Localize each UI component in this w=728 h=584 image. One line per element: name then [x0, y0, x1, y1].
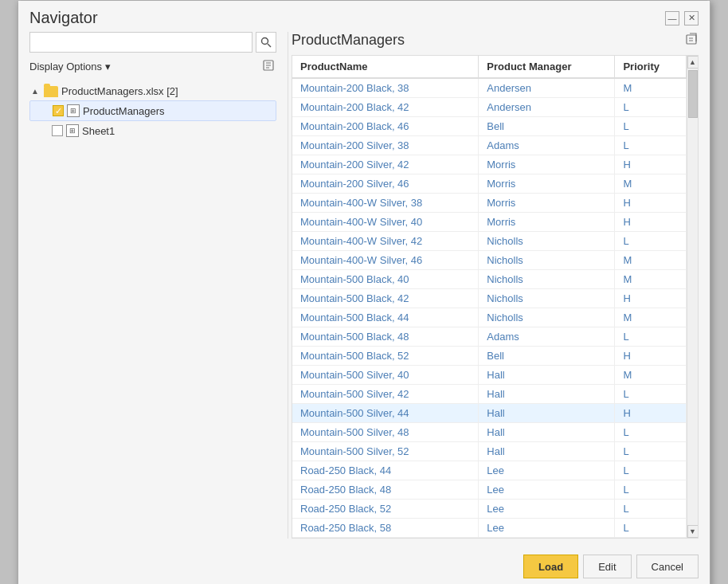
- table-cell-priority: H: [615, 404, 687, 423]
- table-cell-manager: Lee: [479, 461, 615, 480]
- table-cell-manager: Hall: [479, 442, 615, 461]
- tree-expand-arrow: ▲: [31, 87, 41, 96]
- close-button[interactable]: ✕: [684, 11, 699, 25]
- table-row: Mountain-500 Silver, 48HallL: [292, 423, 687, 442]
- table-cell-name: Mountain-500 Black, 40: [292, 270, 479, 289]
- table-cell-manager: Hall: [479, 385, 615, 404]
- search-input[interactable]: [29, 32, 252, 53]
- table-cell-name: Mountain-200 Black, 38: [292, 78, 479, 98]
- table-cell-manager: Adams: [479, 136, 615, 155]
- table-body: Mountain-200 Black, 38AndersenMMountain-…: [292, 78, 687, 538]
- tree-item-productmanagers[interactable]: ✓ ⊞ ProductManagers: [29, 100, 276, 121]
- table-cell-manager: Morris: [479, 194, 615, 213]
- table-cell-manager: Nicholls: [479, 270, 615, 289]
- table-row: Mountain-400-W Silver, 46NichollsM: [292, 251, 687, 270]
- table-cell-manager: Lee: [479, 500, 615, 519]
- table-cell-name: Mountain-500 Black, 48: [292, 327, 479, 347]
- table-cell-name: Mountain-400-W Silver, 42: [292, 232, 479, 251]
- col-header-productname: ProductName: [292, 56, 479, 78]
- table-row: Road-250 Black, 48LeeL: [292, 480, 687, 500]
- tree-item-sheet1[interactable]: ⊞ Sheet1: [29, 121, 276, 140]
- table-row: Mountain-200 Black, 46BellL: [292, 117, 687, 136]
- scroll-up-button[interactable]: ▲: [687, 56, 699, 69]
- table-row: Mountain-500 Silver, 40HallM: [292, 366, 687, 385]
- table-cell-name: Mountain-500 Black, 42: [292, 289, 479, 308]
- table-cell-manager: Nicholls: [479, 308, 615, 327]
- folder-icon: [44, 86, 58, 97]
- table-cell-name: Mountain-500 Silver, 44: [292, 404, 479, 423]
- table-cell-manager: Adams: [479, 327, 615, 347]
- table-row: Road-250 Black, 58LeeL: [292, 519, 687, 538]
- scroll-down-button[interactable]: ▼: [687, 525, 699, 538]
- table-cell-priority: L: [615, 232, 687, 251]
- table-row: Mountain-500 Black, 48AdamsL: [292, 327, 687, 347]
- preview-icon-button[interactable]: [686, 33, 699, 49]
- table-cell-manager: Hall: [479, 366, 615, 385]
- table-row: Mountain-500 Silver, 42HallL: [292, 385, 687, 404]
- table-cell-priority: L: [615, 442, 687, 461]
- scrollbar-track: ▲ ▼: [687, 56, 698, 538]
- tree-item-label-sheet1: Sheet1: [82, 125, 115, 137]
- svg-point-0: [262, 38, 268, 45]
- table-row: Mountain-500 Black, 44NichollsM: [292, 308, 687, 327]
- table-header-row: ProductName Product Manager Priority: [292, 56, 687, 78]
- table-cell-priority: H: [615, 347, 687, 366]
- table-cell-name: Mountain-500 Silver, 48: [292, 423, 479, 442]
- table-cell-priority: H: [615, 155, 687, 174]
- edit-button[interactable]: Edit: [583, 555, 631, 578]
- table-cell-manager: Morris: [479, 213, 615, 232]
- checkbox-productmanagers[interactable]: ✓: [53, 105, 64, 116]
- table-cell-priority: H: [615, 213, 687, 232]
- export-icon: [686, 33, 699, 45]
- table-row: Mountain-500 Silver, 44HallH: [292, 404, 687, 423]
- display-options-button[interactable]: Display Options ▾: [29, 61, 111, 73]
- search-icon-button[interactable]: [256, 32, 276, 53]
- table-row: Mountain-500 Black, 42NichollsH: [292, 289, 687, 308]
- table-cell-manager: Bell: [479, 347, 615, 366]
- table-cell-manager: Morris: [479, 174, 615, 194]
- data-table: ProductName Product Manager Priority Mou…: [292, 56, 687, 538]
- table-cell-name: Mountain-500 Silver, 42: [292, 385, 479, 404]
- table-cell-priority: M: [615, 251, 687, 270]
- dialog-title: Navigator: [29, 9, 98, 27]
- title-bar: Navigator — ✕: [18, 1, 710, 32]
- preview-header: ProductManagers: [292, 32, 699, 49]
- search-row: [29, 32, 276, 53]
- table-cell-priority: L: [615, 98, 687, 117]
- table-cell-manager: Hall: [479, 404, 615, 423]
- table-cell-manager: Nicholls: [479, 289, 615, 308]
- table-row: Road-250 Black, 52LeeL: [292, 500, 687, 519]
- minimize-button[interactable]: —: [665, 11, 679, 25]
- table-cell-manager: Nicholls: [479, 251, 615, 270]
- dialog-body: Display Options ▾ ▲: [18, 32, 710, 547]
- right-panel: ProductManagers ProductName: [292, 32, 699, 539]
- table-cell-priority: L: [615, 500, 687, 519]
- table-cell-name: Road-250 Black, 48: [292, 480, 479, 500]
- checkbox-sheet1[interactable]: [52, 125, 63, 136]
- preview-title: ProductManagers: [292, 32, 405, 49]
- refresh-icon-button[interactable]: [260, 57, 276, 76]
- table-cell-priority: M: [615, 270, 687, 289]
- table-cell-priority: L: [615, 117, 687, 136]
- tree-item-label-productmanagers: ProductManagers: [83, 105, 165, 117]
- table-cell-name: Road-250 Black, 58: [292, 519, 479, 538]
- table-row: Mountain-200 Silver, 46MorrisM: [292, 174, 687, 194]
- panel-divider: [288, 32, 288, 539]
- svg-line-1: [268, 44, 271, 47]
- table-row: Mountain-400-W Silver, 42NichollsL: [292, 232, 687, 251]
- table-row: Mountain-200 Silver, 38AdamsL: [292, 136, 687, 155]
- table-cell-manager: Morris: [479, 155, 615, 174]
- table-row: Mountain-200 Black, 38AndersenM: [292, 78, 687, 98]
- scroll-thumb[interactable]: [688, 70, 698, 118]
- table-icon-productmanagers: ⊞: [67, 104, 80, 117]
- col-header-priority: Priority: [615, 56, 687, 78]
- table-cell-priority: L: [615, 480, 687, 500]
- table-cell-name: Mountain-400-W Silver, 38: [292, 194, 479, 213]
- table-cell-name: Mountain-200 Silver, 42: [292, 155, 479, 174]
- table-cell-manager: Andersen: [479, 98, 615, 117]
- table-cell-name: Mountain-500 Silver, 40: [292, 366, 479, 385]
- table-row: Road-250 Black, 44LeeL: [292, 461, 687, 480]
- table-cell-name: Road-250 Black, 44: [292, 461, 479, 480]
- cancel-button[interactable]: Cancel: [636, 555, 699, 578]
- load-button[interactable]: Load: [523, 555, 578, 578]
